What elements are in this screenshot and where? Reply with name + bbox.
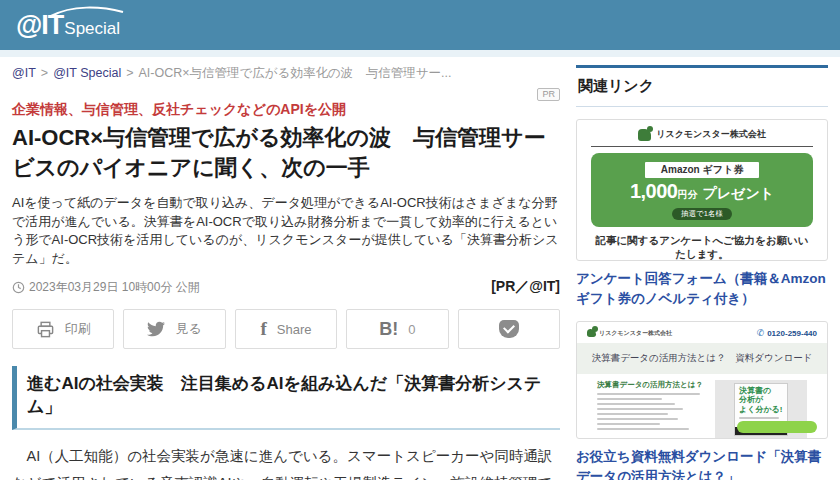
twitter-share-button[interactable]: 見る	[123, 309, 225, 349]
riskmonster-logo-row: リスクモンスター株式会社	[587, 329, 672, 338]
download-button[interactable]	[737, 421, 817, 433]
riskmonster-logo-icon	[587, 329, 596, 337]
riskmonster-logo-row: リスクモンスター株式会社	[591, 128, 813, 141]
facebook-button-label: Share	[277, 322, 312, 337]
survey-banner[interactable]: リスクモンスター株式会社 Amazon ギフト券 1,000円分プレゼント 抽選…	[576, 119, 828, 261]
gift-amount-line: 1,000円分プレゼント	[601, 180, 803, 202]
phone-icon: ✆	[757, 328, 765, 338]
document-download-link[interactable]: お役立ち資料無料ダウンロード「決算書データの活用方法とは？」	[576, 447, 828, 480]
text-placeholder	[597, 423, 660, 425]
article-title: AI-OCR×与信管理で広がる効率化の波 与信管理サービスのパイオニアに聞く、次…	[12, 123, 560, 184]
pocket-button[interactable]	[458, 309, 560, 349]
hatena-icon: B!	[379, 319, 398, 340]
twitter-bird-icon	[147, 320, 165, 338]
print-button-label: 印刷	[65, 320, 91, 338]
download-page-title: 決算書データの活用方法とは？ 資料ダウンロード	[577, 343, 827, 374]
article-lead: AIを使って紙のデータを自動で取り込み、データ処理ができるAI-OCR技術はさま…	[12, 194, 560, 269]
article-meta: 2023年03月29日 10時00分 公開 [PR／@IT]	[12, 278, 560, 296]
riskmonster-logo-icon	[638, 129, 651, 141]
gift-present-label: プレゼント	[702, 185, 774, 201]
printer-icon	[36, 320, 55, 339]
article-column: @IT>@IT Special>AI-OCR×与信管理で広がる効率化の波 与信管…	[12, 65, 560, 480]
page: @IT Special @IT>@IT Special>AI-OCR×与信管理で…	[0, 0, 840, 480]
text-placeholder	[597, 403, 675, 405]
download-sub-heading: 決算書データの活用方法とは？	[597, 380, 705, 390]
ebook-title-line: 決算書の	[739, 386, 783, 395]
text-placeholder	[739, 417, 779, 419]
breadcrumb-current: AI-OCR×与信管理で広がる効率化の波 与信管理サー...	[138, 66, 451, 80]
ebook-title-line: 分析が	[739, 395, 783, 404]
share-button-row: 印刷 見る f Share B! 0	[12, 309, 560, 349]
phone-number: ✆ 0120-259-440	[757, 328, 817, 338]
text-placeholder	[597, 393, 700, 395]
gift-amount: 1,000	[630, 180, 678, 202]
pr-badge-row: PR	[12, 83, 560, 97]
wave-icon	[50, 4, 124, 18]
breadcrumb-link-atit-special[interactable]: @IT Special	[53, 66, 121, 80]
publish-date: 2023年03月29日 10時00分 公開	[12, 279, 200, 296]
lottery-pill: 抽選で1名様	[672, 208, 732, 220]
amazon-gift-box: Amazon ギフト券 1,000円分プレゼント 抽選で1名様	[591, 153, 813, 227]
ebook-title-line: よく分かる!	[739, 405, 783, 414]
pr-credit: [PR／@IT]	[491, 278, 560, 296]
gift-amount-unit: 円分	[677, 189, 697, 200]
twitter-button-label: 見る	[175, 320, 201, 338]
breadcrumb-link-atit[interactable]: @IT	[12, 66, 36, 80]
atit-special-logo[interactable]: @IT Special	[16, 10, 120, 41]
download-banner[interactable]: リスクモンスター株式会社 ✆ 0120-259-440 決算書データの活用方法と…	[576, 321, 828, 439]
survey-form-link[interactable]: アンケート回答フォーム（書籍＆Amzonギフト券のノベルティ付き）	[576, 269, 828, 308]
phone-number-text: 0120-259-440	[767, 329, 817, 338]
site-header: @IT Special	[0, 0, 840, 50]
header-strip	[0, 50, 840, 57]
survey-message: 記事に関するアンケートへご協力をお願いいたします。	[591, 234, 813, 261]
breadcrumb-separator: >	[126, 66, 133, 80]
hatena-count: 0	[408, 322, 415, 337]
gift-ribbon: Amazon ギフト券	[645, 162, 759, 178]
facebook-icon: f	[261, 318, 267, 340]
pr-badge: PR	[537, 88, 560, 101]
section-heading: 進むAIの社会実装 注目集めるAIを組み込んだ「決算書分析システム」	[12, 366, 560, 430]
company-name: リスクモンスター株式会社	[656, 128, 765, 141]
text-placeholder	[597, 428, 689, 430]
breadcrumb-separator: >	[41, 66, 48, 80]
text-placeholder	[597, 398, 662, 400]
publish-date-text: 2023年03月29日 10時00分 公開	[29, 279, 200, 296]
related-links-heading: 関連リンク	[576, 65, 828, 107]
divider	[591, 146, 813, 147]
hatena-bookmark-button[interactable]: B! 0	[346, 309, 448, 349]
text-placeholder	[597, 413, 668, 415]
sidebar: 関連リンク リスクモンスター株式会社 Amazon ギフト券 1,000円分プレ…	[576, 65, 828, 480]
banner2-text-column: 決算書データの活用方法とは？	[597, 380, 705, 439]
text-placeholder	[597, 408, 683, 410]
banner2-header: リスクモンスター株式会社 ✆ 0120-259-440	[585, 328, 819, 338]
text-placeholder	[597, 418, 678, 420]
company-name: リスクモンスター株式会社	[599, 329, 672, 338]
print-button[interactable]: 印刷	[12, 309, 114, 349]
article-kicker: 企業情報、与信管理、反社チェックなどのAPIを公開	[12, 101, 560, 119]
pocket-icon	[499, 320, 519, 338]
article-body: AI（人工知能）の社会実装が急速に進んでいる。スマートスピーカーや同時通訳などで…	[12, 443, 560, 480]
clock-icon	[12, 281, 25, 294]
breadcrumb: @IT>@IT Special>AI-OCR×与信管理で広がる効率化の波 与信管…	[12, 65, 560, 82]
facebook-share-button[interactable]: f Share	[235, 309, 337, 349]
logo-sub-text: Special	[64, 19, 120, 39]
